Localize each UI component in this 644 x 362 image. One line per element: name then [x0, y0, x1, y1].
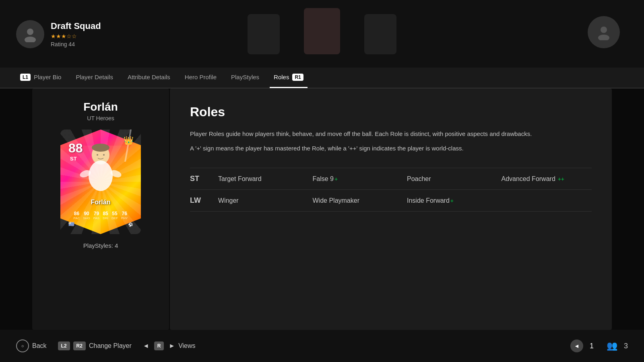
r-badge: R [154, 341, 164, 350]
draft-squad-rating: Rating 44 [51, 41, 101, 47]
draft-squad-text: Draft Squad ★★★☆☆ Rating 44 [51, 21, 101, 47]
roles-description-1: Player Roles guide how players think, be… [190, 129, 544, 139]
change-player-control[interactable]: L2 R2 Change Player [58, 341, 132, 350]
circle-button: ○ [16, 339, 29, 352]
role-advanced-forward: Advanced Forward ++ [497, 175, 592, 183]
def-value: 55 [112, 211, 117, 216]
svg-point-8 [92, 144, 109, 152]
tab-player-bio[interactable]: L1 Player Bio [16, 67, 65, 88]
draft-squad-stars: ★★★☆☆ [51, 33, 101, 39]
tab-navigation: L1 Player Bio Player Details Attribute D… [0, 68, 644, 88]
tab-hero-profile-label: Hero Profile [185, 74, 217, 80]
tab-player-details-label: Player Details [76, 74, 113, 80]
playstyles-count: PlayStyles: 4 [83, 242, 118, 249]
card-stat-pac: 86 PAC [74, 211, 80, 220]
tab-attribute-details[interactable]: Attribute Details [124, 67, 174, 88]
card-player-name: Forlán [91, 199, 111, 206]
card-stat-def: 55 DEF [111, 211, 118, 220]
dri-label: DRI [103, 216, 108, 220]
nav-prev[interactable]: ◄ [570, 339, 583, 352]
svg-point-10 [103, 154, 105, 156]
tab-roles[interactable]: Roles R1 [270, 67, 308, 88]
page-number: 1 [590, 342, 594, 350]
tab-hero-profile[interactable]: Hero Profile [181, 67, 221, 88]
tab-attribute-details-label: Attribute Details [128, 74, 170, 80]
r1-badge: R1 [292, 74, 303, 81]
bottom-bar: ○ Back L2 R2 Change Player ◄ R ► Views ◄… [0, 330, 644, 362]
svg-point-2 [601, 27, 607, 33]
r2-badge: R2 [73, 341, 86, 350]
back-label: Back [32, 342, 47, 350]
def-label: DEF [111, 216, 118, 220]
right-arrow: ► [169, 342, 175, 350]
players-count: 3 [624, 342, 628, 350]
svg-point-3 [598, 35, 609, 40]
sho-value: 90 [84, 211, 89, 216]
false-9-plus: + [334, 176, 338, 182]
role-poacher: Poacher [403, 175, 497, 183]
roles-row-st: ST Target Forward False 9+ Poacher Advan… [190, 168, 592, 189]
roles-title: Roles [190, 105, 592, 119]
tab-playstyles[interactable]: PlayStyles [227, 67, 263, 88]
bottom-right: ◄ 1 👥 3 [570, 339, 628, 352]
l1-badge: L1 [20, 74, 31, 81]
player-silhouette-1 [248, 14, 280, 54]
top-center-players [248, 8, 396, 54]
sho-label: SHO [83, 216, 90, 220]
views-label: Views [178, 342, 195, 350]
player-name: Forlán [83, 101, 118, 113]
right-panel: Roles Player Roles guide how players thi… [170, 88, 612, 330]
pac-label: PAC [74, 216, 80, 220]
change-player-label: Change Player [89, 342, 132, 350]
tab-player-details[interactable]: Player Details [72, 67, 117, 88]
card-stat-sho: 90 SHO [83, 211, 90, 220]
svg-point-1 [25, 37, 36, 42]
phy-value: 76 [122, 211, 127, 216]
roles-row-lw: LW Winger Wide Playmaker Inside Forward+ [190, 189, 592, 212]
card-stat-dri: 85 DRI [103, 211, 108, 220]
card-bottom-right-icon: ⚽ [128, 222, 133, 227]
roles-description-2: A '+' sign means the player has mastered… [190, 144, 544, 153]
player-card: 88 ST 👑 [60, 130, 141, 234]
position-lw: LW [190, 196, 214, 205]
pac-value: 86 [74, 211, 79, 216]
card-stats: 86 PAC 90 SHO 79 PAS 85 DRI [74, 211, 128, 220]
position-st: ST [190, 175, 214, 183]
top-bar: Draft Squad ★★★☆☆ Rating 44 [0, 0, 644, 68]
player-silhouette-2 [304, 8, 340, 54]
left-panel: Forlán UT Heroes 88 ST 👑 [32, 88, 169, 330]
player-silhouette-3 [364, 14, 396, 54]
advanced-forward-plus: ++ [556, 176, 564, 182]
l2-badge: L2 [58, 341, 70, 350]
left-arrow: ◄ [143, 342, 149, 350]
bottom-left-controls: ○ Back L2 R2 Change Player ◄ R ► Views [16, 339, 196, 352]
back-control[interactable]: ○ Back [16, 339, 47, 352]
tab-roles-label: Roles [274, 74, 289, 80]
phy-label: PHY [121, 216, 128, 220]
rating-label: Rating [51, 41, 67, 47]
inside-forward-plus: + [450, 197, 454, 204]
player-card-container: 88 ST 👑 [60, 130, 141, 234]
main-content: Forlán UT Heroes 88 ST 👑 [32, 88, 612, 330]
role-target-forward: Target Forward [214, 175, 309, 183]
role-inside-forward: Inside Forward+ [403, 197, 497, 204]
tab-playstyles-label: PlayStyles [231, 74, 259, 80]
rating-value: 44 [68, 41, 75, 47]
card-stat-pas: 79 PAS [93, 211, 99, 220]
views-control[interactable]: ◄ R ► Views [143, 341, 196, 350]
card-stat-phy: 76 PHY [121, 211, 128, 220]
card-bottom-icons: 🇺🇾 [68, 221, 74, 227]
draft-squad-info: Draft Squad ★★★☆☆ Rating 44 [16, 20, 101, 48]
players-icon: 👥 [607, 341, 617, 351]
pas-label: PAS [93, 216, 99, 220]
tab-player-bio-label: Player Bio [34, 74, 61, 80]
role-wide-playmaker: Wide Playmaker [309, 197, 403, 204]
player-type: UT Heroes [87, 115, 114, 121]
svg-point-9 [97, 154, 98, 156]
player-figure [68, 144, 133, 202]
draft-squad-title: Draft Squad [51, 21, 101, 31]
role-false-9: False 9+ [309, 175, 403, 183]
svg-point-0 [27, 29, 33, 35]
pas-value: 79 [94, 211, 99, 216]
top-right-avatar [588, 16, 620, 48]
